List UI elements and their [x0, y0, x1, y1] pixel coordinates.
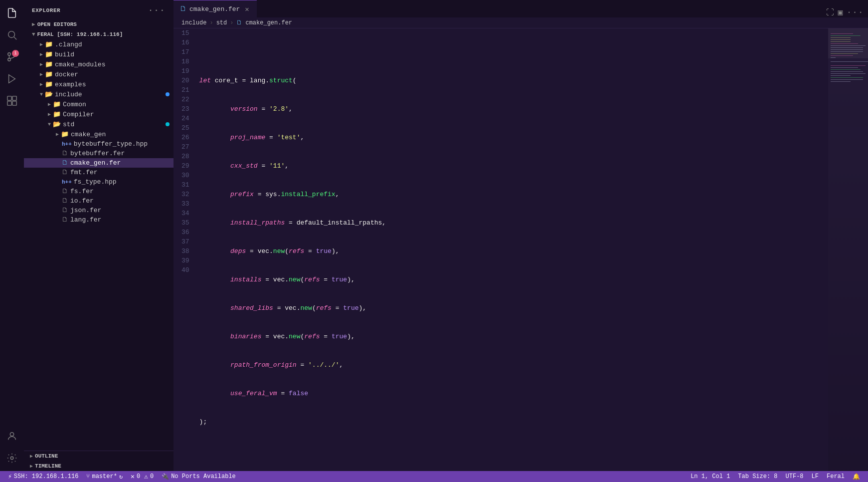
- svg-rect-31: [831, 73, 866, 74]
- svg-point-2: [8, 58, 11, 61]
- code-line-23: installs = vec.new(refs = true),: [199, 275, 828, 284]
- breadcrumb-include[interactable]: include: [181, 19, 206, 26]
- encoding-label: UTF-8: [786, 473, 804, 480]
- svg-rect-19: [831, 45, 866, 46]
- item-label-bytebuffer-type: bytebuffer_type.hpp: [74, 140, 170, 148]
- svg-rect-10: [12, 101, 16, 105]
- item-label-clangd: .clangd: [55, 41, 170, 48]
- source-control-icon[interactable]: 1: [3, 48, 21, 66]
- outline-section[interactable]: ▶ OUTLINE: [24, 451, 174, 461]
- files-icon[interactable]: [3, 4, 21, 22]
- sync-icon: ↻: [119, 473, 123, 481]
- svg-rect-18: [831, 43, 858, 44]
- line-ending-status[interactable]: LF: [808, 471, 823, 482]
- folder-chevron-open-icon: ▼: [48, 122, 51, 127]
- encoding-status[interactable]: UTF-8: [782, 471, 808, 482]
- notifications-status[interactable]: 🔔: [849, 471, 864, 482]
- svg-marker-6: [9, 75, 15, 83]
- timeline-section[interactable]: ▶ TIMELINE: [24, 461, 174, 471]
- sidebar-item-bytebuffer-type-hpp[interactable]: h++ bytebuffer_type.hpp: [24, 139, 174, 149]
- warnings-count: 0: [150, 473, 154, 480]
- tab-close-button[interactable]: ✕: [243, 5, 251, 13]
- cursor-position[interactable]: Ln 1, Col 1: [687, 471, 734, 482]
- item-label-fs-type: fs_type.hpp: [74, 178, 170, 186]
- sidebar-item-cmake-gen-fer[interactable]: 🗋 cmake_gen.fer: [24, 158, 174, 168]
- item-label-fs: fs.fer: [70, 188, 170, 195]
- breadcrumb: include › std › 🗋 cmake_gen.fer: [174, 17, 868, 28]
- sidebar-item-compiler[interactable]: ▶ 📁 Compiler: [24, 109, 174, 119]
- more-actions-icon[interactable]: ···: [847, 8, 864, 17]
- source-control-badge: 1: [12, 50, 19, 57]
- sidebar-item-fmt-fer[interactable]: 🗋 fmt.fer: [24, 168, 174, 177]
- open-editors-label: OPEN EDITORS: [37, 21, 77, 27]
- sidebar-item-include[interactable]: ▼ 📂 include: [24, 89, 174, 99]
- sidebar-menu-button[interactable]: ···: [148, 6, 166, 15]
- sidebar-item-std[interactable]: ▼ 📂 std: [24, 119, 174, 129]
- language-label: Feral: [827, 473, 845, 480]
- breadcrumb-filename[interactable]: cmake_gen.fer: [245, 19, 292, 26]
- error-icon: ✕: [131, 473, 135, 481]
- sidebar-item-build[interactable]: ▶ 📁 build: [24, 49, 174, 59]
- code-line-21: install_rpaths = default_install_rpaths,: [199, 218, 828, 228]
- ports-status[interactable]: 🔌 No Ports Available: [158, 471, 240, 482]
- sidebar-item-json-fer[interactable]: 🗋 json.fer: [24, 206, 174, 215]
- item-label-include: include: [55, 91, 164, 98]
- svg-point-4: [8, 53, 11, 56]
- breadcrumb-sep1: ›: [209, 19, 213, 26]
- sidebar-item-io-fer[interactable]: 🗋 io.fer: [24, 196, 174, 206]
- split-editor-icon[interactable]: ⛶: [826, 8, 834, 17]
- sidebar-item-common[interactable]: ▶ 📁 Common: [24, 99, 174, 109]
- language-status[interactable]: Feral: [823, 471, 849, 482]
- sidebar-item-cmake-gen[interactable]: ▶ 📁 cmake_gen: [24, 129, 174, 139]
- breadcrumb-std[interactable]: std: [216, 19, 227, 26]
- line-ending-label: LF: [812, 473, 819, 480]
- sidebar-item-docker[interactable]: ▶ 📁 docker: [24, 69, 174, 79]
- position-label: Ln 1, Col 1: [691, 473, 730, 480]
- file-icon: 🗋: [62, 216, 68, 224]
- bell-icon: 🔔: [853, 473, 860, 481]
- folder-icon: 📁: [45, 50, 53, 58]
- sidebar-item-clangd[interactable]: ▶ 📁 .clangd: [24, 39, 174, 49]
- extensions-icon[interactable]: [3, 92, 21, 110]
- svg-rect-30: [831, 71, 863, 72]
- branch-label: master*: [92, 473, 117, 480]
- errors-status[interactable]: ✕ 0 ⚠ 0: [127, 471, 158, 482]
- ssh-status[interactable]: ⚡ SSH: 192.168.1.116: [4, 471, 82, 482]
- branch-status[interactable]: ⑂ master* ↻: [82, 471, 127, 482]
- tab-size-status[interactable]: Tab Size: 8: [734, 471, 781, 482]
- sidebar-item-fs-fer[interactable]: 🗋 fs.fer: [24, 187, 174, 196]
- folder-chevron-icon: ▶: [40, 81, 43, 87]
- sidebar-item-cmake-modules[interactable]: ▶ 📁 cmake_modules: [24, 59, 174, 69]
- toggle-panel-icon[interactable]: ▣: [838, 7, 843, 17]
- svg-rect-21: [831, 49, 863, 50]
- svg-rect-27: [831, 65, 866, 66]
- ssh-label: SSH: 192.168.1.116: [14, 473, 79, 480]
- remote-icon: ⚡: [8, 473, 12, 481]
- sidebar-item-fs-type-hpp[interactable]: h++ fs_type.hpp: [24, 177, 174, 187]
- cmake-gen-tab[interactable]: 🗋 cmake_gen.fer ✕: [174, 0, 257, 17]
- folder-icon: 📁: [45, 60, 53, 68]
- run-debug-icon[interactable]: [3, 70, 21, 88]
- branch-icon: ⑂: [86, 473, 90, 480]
- code-line-25: binaries = vec.new(refs = true),: [199, 332, 828, 341]
- code-line-16: let core_t = lang.struct(: [199, 76, 828, 85]
- code-editor[interactable]: 15 16 17 18 19 20 21 22 23 24 25 26 27 2…: [174, 28, 828, 471]
- svg-rect-29: [831, 69, 861, 70]
- code-line-18: proj_name = 'test',: [199, 133, 828, 142]
- search-icon[interactable]: [3, 26, 21, 44]
- settings-icon[interactable]: [3, 449, 21, 467]
- svg-rect-23: [831, 53, 858, 54]
- feral-root-section[interactable]: ▼ FERAL [SSH: 192.168.1.116]: [24, 29, 174, 39]
- file-hpp-icon: h++: [62, 141, 72, 147]
- item-label-compiler: Compiler: [63, 111, 170, 118]
- activity-bar: 1: [0, 0, 24, 471]
- account-icon[interactable]: [3, 427, 21, 445]
- sidebar-content: ▶ OPEN EDITORS ▼ FERAL [SSH: 192.168.1.1…: [24, 19, 174, 451]
- item-label-lang: lang.fer: [70, 216, 170, 224]
- sidebar-item-examples[interactable]: ▶ 📁 examples: [24, 79, 174, 89]
- sidebar-item-bytebuffer-fer[interactable]: 🗋 bytebuffer.fer: [24, 149, 174, 158]
- outline-label: OUTLINE: [35, 453, 58, 459]
- sidebar-item-lang-fer[interactable]: 🗋 lang.fer: [24, 215, 174, 225]
- open-editors-section[interactable]: ▶ OPEN EDITORS: [24, 19, 174, 29]
- file-icon: 🗋: [62, 207, 68, 214]
